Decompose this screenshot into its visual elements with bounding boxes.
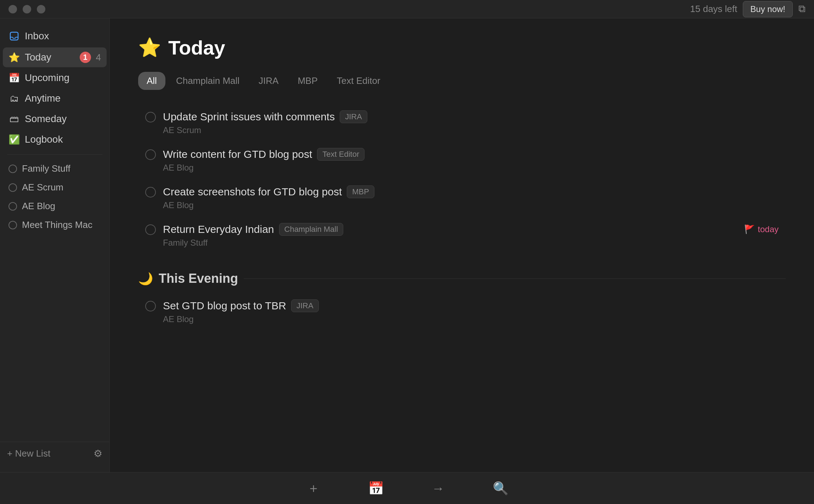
list-item[interactable]: Write content for GTD blog post Text Edi… xyxy=(138,142,786,179)
logbook-icon: ✅ xyxy=(9,134,20,145)
task-checkbox-1[interactable] xyxy=(145,112,156,122)
window-icon: ⧉ xyxy=(798,3,805,15)
sidebar: Inbox ⭐ Today 1 4 📅 Upcoming 🗂 Anytime xyxy=(0,18,110,472)
list-item[interactable]: Create screenshots for GTD blog post MBP… xyxy=(138,179,786,217)
today-task-section: Update Sprint issues with comments JIRA … xyxy=(138,104,786,254)
flag-icon: 🚩 xyxy=(744,224,755,234)
search-button[interactable]: 🔍 xyxy=(491,479,510,498)
task-content-5: Set GTD blog post to TBR JIRA AE Blog xyxy=(163,299,779,324)
task-tag-1: JIRA xyxy=(340,110,367,123)
section-title-evening: This Evening xyxy=(159,271,238,286)
sidebar-item-anytime[interactable]: 🗂 Anytime xyxy=(3,88,107,108)
anytime-label: Anytime xyxy=(25,93,101,104)
someday-label: Someday xyxy=(25,113,101,125)
buy-now-button[interactable]: Buy now! xyxy=(743,1,793,17)
arrow-right-icon: → xyxy=(432,481,445,496)
sidebar-item-logbook[interactable]: ✅ Logbook xyxy=(3,130,107,149)
new-list-button[interactable]: + New List xyxy=(7,448,50,459)
new-list-label: + New List xyxy=(7,448,50,459)
task-title-2: Write content for GTD blog post xyxy=(163,148,312,160)
task-title-row-4: Return Everyday Indian Champlain Mall xyxy=(163,223,737,236)
today-label: Today xyxy=(25,52,75,63)
task-tag-4: Champlain Mall xyxy=(279,223,344,236)
task-tag-2: Text Editor xyxy=(317,148,364,161)
evening-icon: 🌙 xyxy=(138,271,153,286)
today-badge-count: 4 xyxy=(96,52,101,63)
task-project-2: AE Blog xyxy=(163,163,779,173)
bottom-toolbar: ＋ 📅 → 🔍 xyxy=(0,472,814,504)
task-project-4: Family Stuff xyxy=(163,238,737,248)
upcoming-icon: 📅 xyxy=(9,72,20,84)
list-item[interactable]: Update Sprint issues with comments JIRA … xyxy=(138,104,786,142)
calendar-icon: 📅 xyxy=(368,481,384,496)
nav-items: ⭐ Today 1 4 📅 Upcoming 🗂 Anytime 🗃 Somed… xyxy=(0,47,109,150)
task-flag-4: 🚩 today xyxy=(744,223,779,234)
page-title-icon: ⭐ xyxy=(138,37,161,58)
anytime-icon: 🗂 xyxy=(9,93,20,104)
today-badge-red: 1 xyxy=(80,52,91,63)
filter-tab-text-editor[interactable]: Text Editor xyxy=(328,72,389,90)
minimize-button[interactable] xyxy=(23,5,31,13)
list-item[interactable]: Set GTD blog post to TBR JIRA AE Blog xyxy=(138,293,786,331)
sidebar-divider xyxy=(7,154,102,155)
task-content-1: Update Sprint issues with comments JIRA … xyxy=(163,110,779,135)
sidebar-item-ae-scrum[interactable]: AE Scrum xyxy=(3,178,107,196)
today-icon: ⭐ xyxy=(9,52,20,63)
maximize-button[interactable] xyxy=(37,5,45,13)
filter-tab-jira[interactable]: JIRA xyxy=(250,72,287,90)
task-title-4: Return Everyday Indian xyxy=(163,223,274,235)
task-tag-5: JIRA xyxy=(291,299,319,312)
sidebar-item-someday[interactable]: 🗃 Someday xyxy=(3,109,107,129)
task-title-row-5: Set GTD blog post to TBR JIRA xyxy=(163,299,779,312)
sidebar-lists: Family Stuff AE Scrum AE Blog Meet Thing… xyxy=(0,159,109,235)
task-title-row-1: Update Sprint issues with comments JIRA xyxy=(163,110,779,123)
sidebar-item-family-stuff[interactable]: Family Stuff xyxy=(3,160,107,178)
sidebar-item-ae-blog[interactable]: AE Blog xyxy=(3,197,107,215)
inbox-label: Inbox xyxy=(25,30,101,42)
meet-things-mac-label: Meet Things Mac xyxy=(22,219,92,230)
svg-rect-0 xyxy=(10,32,18,40)
family-stuff-circle-icon xyxy=(9,165,17,173)
task-title-3: Create screenshots for GTD blog post xyxy=(163,186,342,198)
task-project-3: AE Blog xyxy=(163,200,779,210)
sidebar-item-upcoming[interactable]: 📅 Upcoming xyxy=(3,68,107,88)
page-title: Today xyxy=(168,36,225,59)
inbox-icon xyxy=(9,30,20,42)
sidebar-item-inbox[interactable]: Inbox xyxy=(3,26,107,46)
task-content-4: Return Everyday Indian Champlain Mall Fa… xyxy=(163,223,737,248)
add-task-button[interactable]: ＋ xyxy=(304,479,323,498)
someday-icon: 🗃 xyxy=(9,113,20,125)
window-controls xyxy=(9,5,45,13)
task-project-5: AE Blog xyxy=(163,314,779,324)
titlebar: 15 days left Buy now! ⧉ xyxy=(0,0,814,18)
filter-tabs: All Champlain Mall JIRA MBP Text Editor xyxy=(138,72,786,90)
calendar-button[interactable]: 📅 xyxy=(366,479,386,498)
this-evening-section: 🌙 This Evening Set GTD blog post to TBR … xyxy=(138,271,786,331)
filter-tab-champlain-mall[interactable]: Champlain Mall xyxy=(168,72,248,90)
sidebar-item-today[interactable]: ⭐ Today 1 4 xyxy=(3,47,107,67)
close-button[interactable] xyxy=(9,5,17,13)
settings-icon[interactable]: ⚙ xyxy=(94,448,102,459)
filter-tab-mbp[interactable]: MBP xyxy=(289,72,326,90)
task-content-2: Write content for GTD blog post Text Edi… xyxy=(163,148,779,173)
task-title-row-3: Create screenshots for GTD blog post MBP xyxy=(163,185,779,198)
upcoming-label: Upcoming xyxy=(25,72,101,84)
main-content: ⭐ Today All Champlain Mall JIRA MBP Text… xyxy=(110,18,814,472)
task-title-1: Update Sprint issues with comments xyxy=(163,111,335,123)
task-project-1: AE Scrum xyxy=(163,125,779,135)
task-checkbox-5[interactable] xyxy=(145,301,156,311)
ae-blog-label: AE Blog xyxy=(22,201,55,212)
family-stuff-label: Family Stuff xyxy=(22,163,70,174)
ae-scrum-circle-icon xyxy=(9,183,17,192)
task-checkbox-3[interactable] xyxy=(145,187,156,197)
ae-scrum-label: AE Scrum xyxy=(22,182,63,193)
meet-things-mac-circle-icon xyxy=(9,221,17,229)
task-checkbox-4[interactable] xyxy=(145,224,156,235)
filter-tab-all[interactable]: All xyxy=(138,72,165,90)
task-checkbox-2[interactable] xyxy=(145,149,156,160)
task-title-5: Set GTD blog post to TBR xyxy=(163,300,286,312)
sidebar-item-meet-things-mac[interactable]: Meet Things Mac xyxy=(3,216,107,234)
logbook-label: Logbook xyxy=(25,134,101,145)
forward-button[interactable]: → xyxy=(428,479,448,498)
list-item[interactable]: Return Everyday Indian Champlain Mall Fa… xyxy=(138,217,786,254)
